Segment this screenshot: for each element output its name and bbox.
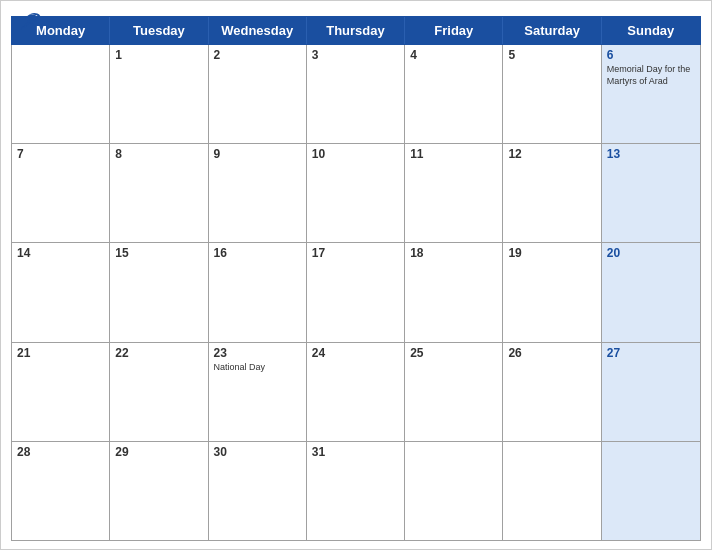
day-cell [503, 442, 601, 540]
day-cell: 18 [405, 243, 503, 341]
day-number: 29 [115, 445, 202, 459]
day-cell: 17 [307, 243, 405, 341]
day-cell: 1 [110, 45, 208, 143]
day-number: 17 [312, 246, 399, 260]
day-number: 18 [410, 246, 497, 260]
day-number: 21 [17, 346, 104, 360]
day-cell: 22 [110, 343, 208, 441]
day-header-saturday: Saturday [503, 17, 601, 44]
day-number: 26 [508, 346, 595, 360]
day-number: 28 [17, 445, 104, 459]
week-row-4: 212223National Day24252627 [12, 343, 700, 442]
day-number: 20 [607, 246, 695, 260]
day-cell: 30 [209, 442, 307, 540]
day-cell: 31 [307, 442, 405, 540]
day-cell: 28 [12, 442, 110, 540]
day-cell: 24 [307, 343, 405, 441]
day-cell: 8 [110, 144, 208, 242]
day-number: 6 [607, 48, 695, 62]
day-cell: 14 [12, 243, 110, 341]
day-cell: 7 [12, 144, 110, 242]
day-cell: 9 [209, 144, 307, 242]
day-cell: 15 [110, 243, 208, 341]
day-number: 22 [115, 346, 202, 360]
day-number: 13 [607, 147, 695, 161]
day-number: 23 [214, 346, 301, 360]
day-header-wednesday: Wednesday [209, 17, 307, 44]
day-cell: 19 [503, 243, 601, 341]
day-number: 2 [214, 48, 301, 62]
day-header-friday: Friday [405, 17, 503, 44]
day-header-thursday: Thursday [307, 17, 405, 44]
calendar-grid: MondayTuesdayWednesdayThursdayFridaySatu… [11, 16, 701, 541]
day-number: 16 [214, 246, 301, 260]
day-cell: 4 [405, 45, 503, 143]
day-number: 3 [312, 48, 399, 62]
day-cell: 2 [209, 45, 307, 143]
day-number: 7 [17, 147, 104, 161]
day-cell: 13 [602, 144, 700, 242]
week-row-1: 123456Memorial Day for the Martyrs of Ar… [12, 45, 700, 144]
day-number: 10 [312, 147, 399, 161]
logo-bird-icon [16, 9, 44, 37]
day-number: 8 [115, 147, 202, 161]
day-cell: 23National Day [209, 343, 307, 441]
day-number: 30 [214, 445, 301, 459]
calendar: MondayTuesdayWednesdayThursdayFridaySatu… [0, 0, 712, 550]
calendar-header [1, 1, 711, 16]
day-cell: 21 [12, 343, 110, 441]
day-number: 14 [17, 246, 104, 260]
logo [16, 9, 47, 37]
day-number: 1 [115, 48, 202, 62]
day-number: 24 [312, 346, 399, 360]
day-number: 9 [214, 147, 301, 161]
day-cell: 29 [110, 442, 208, 540]
day-cell: 12 [503, 144, 601, 242]
holiday-text: Memorial Day for the Martyrs of Arad [607, 64, 695, 87]
day-headers-row: MondayTuesdayWednesdayThursdayFridaySatu… [11, 16, 701, 45]
day-number: 25 [410, 346, 497, 360]
week-row-3: 14151617181920 [12, 243, 700, 342]
day-number: 19 [508, 246, 595, 260]
day-cell [12, 45, 110, 143]
day-number: 4 [410, 48, 497, 62]
day-cell: 6Memorial Day for the Martyrs of Arad [602, 45, 700, 143]
day-cell: 26 [503, 343, 601, 441]
day-cell: 20 [602, 243, 700, 341]
day-cell: 5 [503, 45, 601, 143]
day-cell: 10 [307, 144, 405, 242]
day-header-sunday: Sunday [602, 17, 700, 44]
day-number: 15 [115, 246, 202, 260]
day-cell: 27 [602, 343, 700, 441]
day-cell: 25 [405, 343, 503, 441]
week-row-2: 78910111213 [12, 144, 700, 243]
day-number: 5 [508, 48, 595, 62]
week-row-5: 28293031 [12, 442, 700, 540]
weeks-container: 123456Memorial Day for the Martyrs of Ar… [11, 45, 701, 541]
day-cell: 11 [405, 144, 503, 242]
day-number: 27 [607, 346, 695, 360]
day-number: 12 [508, 147, 595, 161]
day-cell [602, 442, 700, 540]
day-cell [405, 442, 503, 540]
day-number: 11 [410, 147, 497, 161]
holiday-text: National Day [214, 362, 301, 374]
day-cell: 16 [209, 243, 307, 341]
day-cell: 3 [307, 45, 405, 143]
day-header-tuesday: Tuesday [110, 17, 208, 44]
day-number: 31 [312, 445, 399, 459]
